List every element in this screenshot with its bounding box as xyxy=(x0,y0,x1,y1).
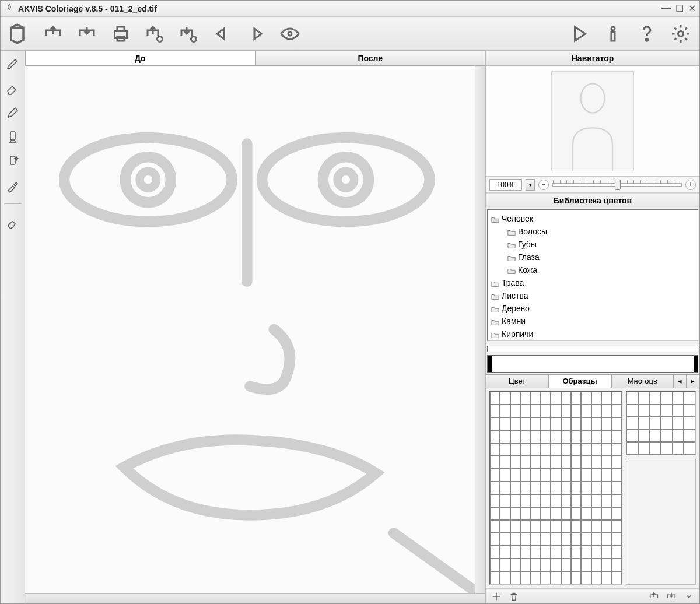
swatch-cell[interactable] xyxy=(551,494,561,507)
zoom-out-button[interactable]: − xyxy=(538,180,549,190)
swatch-cell[interactable] xyxy=(612,546,622,559)
swatch-cell[interactable] xyxy=(571,392,581,405)
swatch-cell[interactable] xyxy=(592,507,601,520)
swatch-cell[interactable] xyxy=(561,417,571,430)
swatch-cell[interactable] xyxy=(592,456,601,469)
tab-multicolor[interactable]: Многоцв xyxy=(611,374,674,388)
open-button[interactable] xyxy=(40,21,66,47)
swatch-cell[interactable] xyxy=(592,430,601,443)
swatch-cell[interactable] xyxy=(571,494,581,507)
swatch-cell[interactable] xyxy=(581,430,591,443)
preview-eye-button[interactable] xyxy=(277,21,303,47)
swatch-cell[interactable] xyxy=(684,430,695,443)
swatch-cell[interactable] xyxy=(531,430,541,443)
swatch-cell[interactable] xyxy=(500,571,510,584)
swatch-cell[interactable] xyxy=(510,482,520,494)
tree-node[interactable]: Листва xyxy=(491,289,696,302)
swatch-cell[interactable] xyxy=(592,417,601,430)
swatch-cell[interactable] xyxy=(684,405,695,417)
swatch-cell[interactable] xyxy=(601,559,611,571)
swatch-cell[interactable] xyxy=(551,482,561,494)
swatch-cell[interactable] xyxy=(601,571,611,584)
swatch-cell[interactable] xyxy=(612,469,622,482)
horizontal-scrollbar[interactable] xyxy=(25,593,485,603)
swatch-cell[interactable] xyxy=(520,456,530,469)
navigator-panel[interactable] xyxy=(486,66,699,177)
swatch-cell[interactable] xyxy=(500,405,510,417)
swatch-cell[interactable] xyxy=(551,546,561,559)
swatch-cell[interactable] xyxy=(561,546,571,559)
zoom-slider-thumb[interactable] xyxy=(615,181,621,190)
tree-node[interactable]: Кожа xyxy=(491,264,696,276)
pen-tool[interactable] xyxy=(4,103,22,122)
swatch-cell[interactable] xyxy=(571,469,581,482)
swatch-cell[interactable] xyxy=(661,442,673,455)
swatch-cell[interactable] xyxy=(510,507,520,520)
settings-button[interactable] xyxy=(668,21,694,47)
swatch-cell[interactable] xyxy=(520,443,530,456)
export-settings-button[interactable] xyxy=(176,21,201,47)
swatch-cell[interactable] xyxy=(531,571,541,584)
magic-tube-tool[interactable] xyxy=(4,152,22,171)
swatch-cell[interactable] xyxy=(561,443,571,456)
tab-color[interactable]: Цвет xyxy=(486,374,548,388)
swatch-cell[interactable] xyxy=(551,571,561,584)
zoom-dropdown[interactable]: ▾ xyxy=(526,179,535,191)
swatch-cell[interactable] xyxy=(500,507,510,520)
eyedropper-tool[interactable] xyxy=(4,177,22,195)
swatch-cell[interactable] xyxy=(638,442,650,455)
swatch-cell[interactable] xyxy=(571,482,581,494)
undo-button[interactable] xyxy=(209,21,235,47)
swatch-cell[interactable] xyxy=(520,417,530,430)
swatch-cell[interactable] xyxy=(531,559,541,571)
swatch-cell[interactable] xyxy=(638,405,650,417)
swatch-cell[interactable] xyxy=(626,417,638,430)
swatch-cell[interactable] xyxy=(561,430,571,443)
load-swatches-button[interactable] xyxy=(648,591,660,602)
swatch-cell[interactable] xyxy=(612,507,622,520)
swatch-cell[interactable] xyxy=(612,482,622,494)
swatch-cell[interactable] xyxy=(649,405,661,417)
swatch-cell[interactable] xyxy=(561,507,571,520)
swatch-cell[interactable] xyxy=(661,417,673,430)
swatch-cell[interactable] xyxy=(684,392,695,405)
swatch-cell[interactable] xyxy=(551,443,561,456)
swatch-cell[interactable] xyxy=(612,520,622,533)
swatch-cell[interactable] xyxy=(500,533,510,546)
swatch-cell[interactable] xyxy=(612,430,622,443)
swatch-cell[interactable] xyxy=(571,507,581,520)
swatch-cell[interactable] xyxy=(490,507,500,520)
zoom-slider[interactable] xyxy=(552,183,682,187)
swatch-cell[interactable] xyxy=(510,520,520,533)
swatch-cell[interactable] xyxy=(581,469,591,482)
swatch-cell[interactable] xyxy=(490,533,500,546)
swatch-cell[interactable] xyxy=(592,559,601,571)
swatch-cell[interactable] xyxy=(551,520,561,533)
swatch-cell[interactable] xyxy=(510,417,520,430)
swatch-cell[interactable] xyxy=(592,392,601,405)
swatch-cell[interactable] xyxy=(500,392,510,405)
swatch-cell[interactable] xyxy=(612,533,622,546)
swatch-cell[interactable] xyxy=(541,533,551,546)
swatch-cell[interactable] xyxy=(571,533,581,546)
swatch-cell[interactable] xyxy=(581,482,591,494)
maximize-button[interactable]: ☐ xyxy=(676,3,684,14)
print-button[interactable] xyxy=(108,21,134,47)
help-button[interactable] xyxy=(634,21,660,47)
swatch-cell[interactable] xyxy=(626,430,638,443)
swatch-cell[interactable] xyxy=(531,507,541,520)
swatch-cell[interactable] xyxy=(592,494,601,507)
swatch-cell[interactable] xyxy=(490,405,500,417)
swatch-cell[interactable] xyxy=(510,456,520,469)
swatch-cell[interactable] xyxy=(592,443,601,456)
swatch-cell[interactable] xyxy=(661,392,673,405)
swatch-cell[interactable] xyxy=(500,469,510,482)
swatch-cell[interactable] xyxy=(490,546,500,559)
swatch-cell[interactable] xyxy=(649,430,661,443)
swatch-cell[interactable] xyxy=(601,546,611,559)
swatch-cell[interactable] xyxy=(551,430,561,443)
swatch-cell[interactable] xyxy=(649,442,661,455)
redo-button[interactable] xyxy=(243,21,269,47)
color-library-tree[interactable]: Человек Волосы Губы Глаза Кожа Трава Лис… xyxy=(487,209,698,341)
minimize-button[interactable]: — xyxy=(662,3,671,14)
